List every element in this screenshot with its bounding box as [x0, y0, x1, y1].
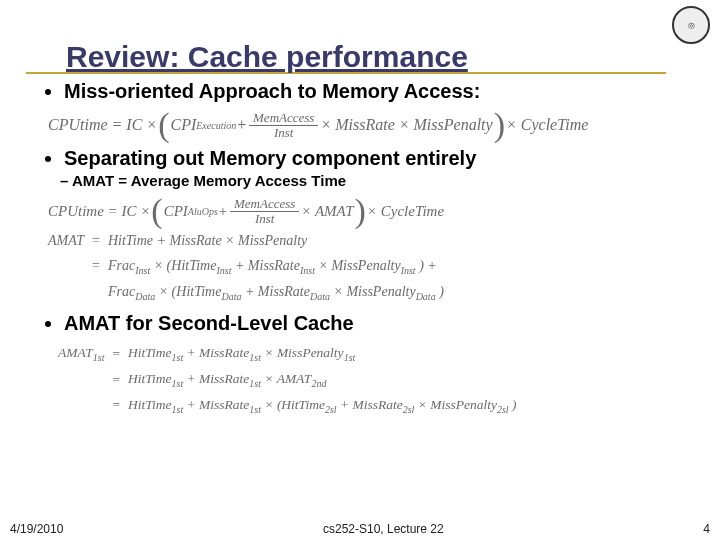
footer-course: cs252-S10, Lecture 22	[323, 522, 444, 536]
footer-page: 4	[703, 522, 710, 536]
formula-3: AMAT1st = HitTime1st + MissRate1st × Mis…	[30, 335, 690, 422]
bullet-list-2: Separating out Memory component entirely	[30, 147, 690, 170]
formula-1: CPUtime = IC × ( CPIExecution + MemAcces…	[30, 103, 690, 145]
slide-content: Miss-oriented Approach to Memory Access:…	[0, 74, 720, 422]
bullet-1: Miss-oriented Approach to Memory Access:	[64, 80, 690, 103]
footer: 4/19/2010 cs252-S10, Lecture 22 4	[0, 522, 720, 536]
footer-date: 4/19/2010	[10, 522, 63, 536]
seal-icon: ◎	[672, 6, 710, 44]
formula-2: CPUtime = IC × ( CPIAluOps + MemAccessIn…	[30, 189, 690, 310]
bullet-list: Miss-oriented Approach to Memory Access:	[30, 80, 690, 103]
title-block: Review: Cache performance	[0, 40, 720, 76]
bullet-list-3: AMAT for Second-Level Cache	[30, 312, 690, 335]
sub-bullet-list: AMAT = Average Memory Access Time	[30, 172, 690, 189]
slide-title: Review: Cache performance	[66, 40, 468, 76]
bullet-2: Separating out Memory component entirely	[64, 147, 690, 170]
bullet-3: AMAT for Second-Level Cache	[64, 312, 690, 335]
sub-bullet-1: AMAT = Average Memory Access Time	[60, 172, 690, 189]
